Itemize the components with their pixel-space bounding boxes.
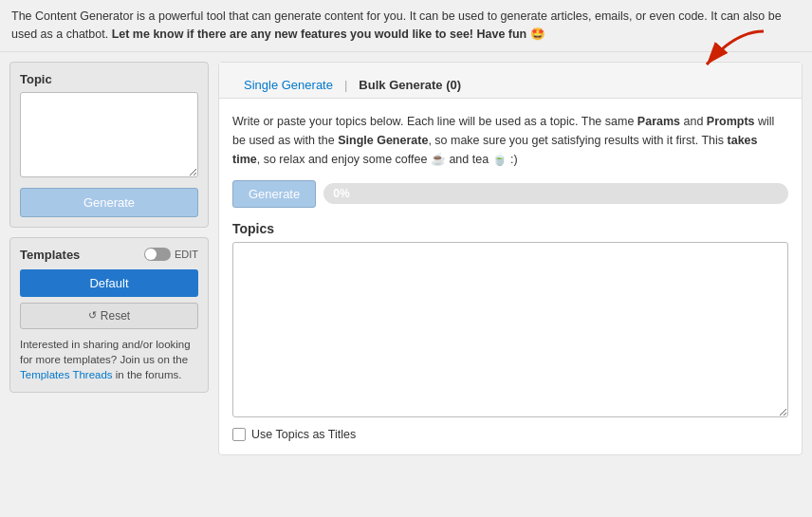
reset-icon: ↺ xyxy=(88,309,97,322)
topic-box: Topic Generate xyxy=(9,62,209,228)
note-text2: in the forums. xyxy=(113,369,182,380)
left-generate-button[interactable]: Generate xyxy=(20,188,198,217)
default-template-button[interactable]: Default xyxy=(20,269,198,297)
tab-bulk-count: (0) xyxy=(446,78,461,92)
reset-button[interactable]: ↺ Reset xyxy=(20,303,198,329)
single-generate-bold: Single Generate xyxy=(338,134,428,147)
topics-textarea[interactable] xyxy=(232,242,788,417)
templates-title: Templates xyxy=(20,248,80,262)
takes-time-bold: takes time xyxy=(232,134,758,166)
bulk-generate-button[interactable]: Generate xyxy=(232,180,316,208)
use-topics-checkbox[interactable] xyxy=(232,428,246,441)
use-topics-row: Use Topics as Titles xyxy=(232,428,788,441)
edit-toggle: EDIT xyxy=(144,248,198,261)
right-content: Write or paste your topics below. Each l… xyxy=(219,99,802,454)
use-topics-label: Use Topics as Titles xyxy=(251,428,356,441)
templates-header: Templates EDIT xyxy=(20,248,198,262)
top-banner: The Content Generator is a powerful tool… xyxy=(0,0,812,52)
main-layout: Topic Generate Templates EDIT Default ↺ … xyxy=(0,52,812,465)
tab-bulk-generate[interactable]: Bulk Generate (0) xyxy=(347,72,472,98)
generate-row: Generate 0% xyxy=(232,180,788,208)
left-panel: Topic Generate Templates EDIT Default ↺ … xyxy=(9,62,209,393)
templates-note: Interested in sharing and/or looking for… xyxy=(20,337,198,382)
right-panel: Single Generate | Bulk Generate (0) Writ… xyxy=(218,62,803,455)
templates-toggle[interactable] xyxy=(144,248,171,261)
progress-bar-container: 0% xyxy=(323,183,788,204)
templates-box: Templates EDIT Default ↺ Reset Intereste… xyxy=(9,237,209,393)
topic-textarea[interactable] xyxy=(20,92,198,177)
tab-single-generate[interactable]: Single Generate xyxy=(232,72,344,98)
progress-label: 0% xyxy=(333,187,349,200)
note-text1: Interested in sharing and/or looking for… xyxy=(20,339,191,365)
params-bold: Params xyxy=(637,115,680,128)
tab-bar: Single Generate | Bulk Generate (0) xyxy=(219,63,802,99)
tab-bulk-label: Bulk Generate xyxy=(359,78,442,92)
topics-section-label: Topics xyxy=(232,221,788,236)
templates-threads-link[interactable]: Templates Threads xyxy=(20,369,113,380)
edit-label: EDIT xyxy=(175,249,198,260)
banner-text: The Content Generator is a powerful tool… xyxy=(11,9,782,41)
topic-label: Topic xyxy=(20,72,198,86)
description-text: Write or paste your topics below. Each l… xyxy=(232,112,788,169)
reset-label: Reset xyxy=(101,309,130,323)
prompts-bold: Prompts xyxy=(707,115,755,128)
